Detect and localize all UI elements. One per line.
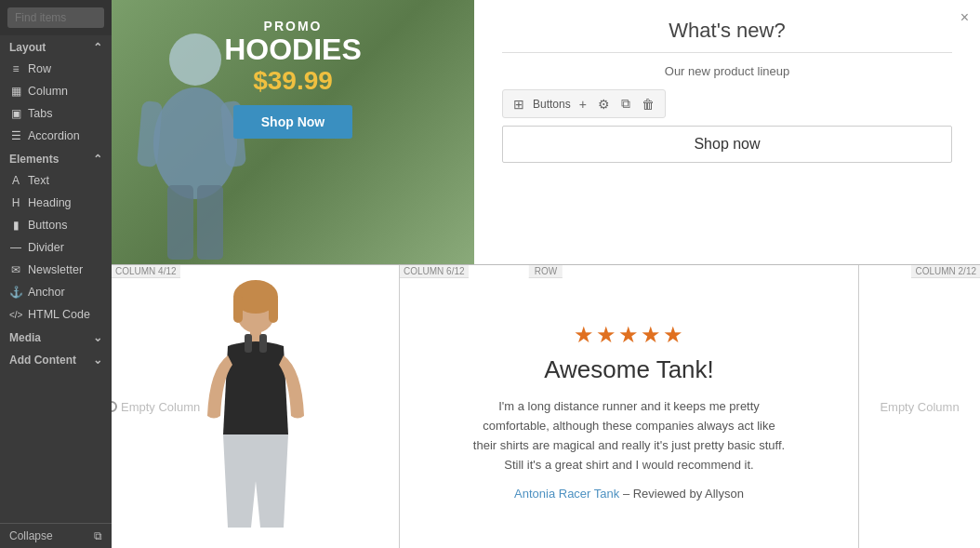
svg-rect-8 (233, 295, 243, 323)
bottom-column-1: COLUMN 4/12 Empty Column (112, 265, 400, 548)
copy-button-toolbar[interactable]: ⧉ (618, 94, 633, 114)
sidebar-item-accordion[interactable]: ☰ Accordion (0, 125, 112, 147)
review-title: Awesome Tank! (544, 355, 714, 384)
settings-button-toolbar[interactable]: ⚙ (595, 95, 613, 114)
row-label: ROW (529, 265, 563, 278)
chevron-down-icon-media[interactable]: ⌄ (93, 331, 102, 344)
tabs-icon: ▣ (9, 107, 22, 120)
sidebar-item-column[interactable]: ▦ Column (0, 80, 112, 102)
svg-rect-12 (259, 334, 267, 353)
buttons-icon: ▮ (9, 219, 22, 232)
promo-panel: PROMO HOODIES $39.99 Shop Now (112, 0, 474, 264)
divider-icon: — (9, 241, 22, 254)
delete-button-toolbar[interactable]: 🗑 (639, 95, 657, 114)
col1-label: COLUMN 4/12 (112, 265, 180, 278)
sidebar: Layout ⌃ ≡ Row ▦ Column ▣ Tabs ☰ Accordi… (0, 0, 112, 548)
sidebar-item-divider[interactable]: — Divider (0, 236, 112, 259)
expand-icon[interactable]: ⧉ (94, 529, 102, 542)
add-button-toolbar[interactable]: + (576, 95, 589, 114)
sidebar-search[interactable] (0, 0, 112, 35)
promo-shop-now-button[interactable]: Shop Now (233, 105, 352, 139)
promo-price: $39.99 (112, 66, 474, 96)
promo-small-text: PROMO (112, 19, 474, 33)
svg-rect-9 (269, 295, 278, 323)
svg-rect-11 (245, 334, 252, 353)
sidebar-item-text[interactable]: A Text (0, 169, 112, 192)
product-link[interactable]: Antonia Racer Tank (514, 487, 619, 501)
search-input[interactable] (7, 7, 104, 28)
col3-label: COLUMN 2/12 (911, 265, 980, 278)
main-content: PROMO HOODIES $39.99 Shop Now × What's n… (112, 0, 980, 548)
accordion-icon: ☰ (9, 129, 22, 142)
promo-heading: HOODIES (112, 33, 474, 66)
buttons-toolbar: ⊞ Buttons + ⚙ ⧉ 🗑 (502, 89, 666, 118)
sidebar-item-newsletter[interactable]: ✉ Newsletter (0, 259, 112, 281)
html-icon: </> (9, 310, 22, 320)
top-section: PROMO HOODIES $39.99 Shop Now × What's n… (112, 0, 980, 265)
column-icon: ▦ (9, 85, 22, 98)
review-text: I'm a long distance runner and it keeps … (471, 397, 788, 474)
review-attribution: Antonia Racer Tank – Reviewed by Allyson (514, 487, 744, 501)
review-suffix: – Reviewed by Allyson (619, 487, 744, 501)
sidebar-item-heading[interactable]: H Heading (0, 192, 112, 214)
section-add-content: Add Content ⌄ (0, 348, 112, 370)
sidebar-item-row[interactable]: ≡ Row (0, 58, 112, 80)
star-rating: ★★★★★ (574, 322, 685, 348)
selection-dot (112, 401, 117, 412)
sidebar-item-tabs[interactable]: ▣ Tabs (0, 102, 112, 125)
grid-icon: ⊞ (510, 95, 527, 114)
whats-new-panel: × What's new? Our new product lineup ⊞ B… (474, 0, 980, 264)
shop-now-button[interactable]: Shop now (502, 126, 952, 163)
promo-text-block: PROMO HOODIES $39.99 Shop Now (112, 19, 474, 139)
whats-new-title: What's new? (502, 19, 952, 43)
collapse-button[interactable]: Collapse (9, 529, 53, 542)
sidebar-item-anchor[interactable]: ⚓ Anchor (0, 281, 112, 303)
woman-figure (181, 276, 330, 537)
close-button[interactable]: × (960, 9, 969, 26)
sidebar-item-buttons[interactable]: ▮ Buttons (0, 214, 112, 236)
chevron-down-icon-add[interactable]: ⌄ (93, 354, 102, 367)
sidebar-footer: Collapse ⧉ (0, 523, 112, 548)
svg-rect-3 (197, 185, 223, 260)
empty-column-label: Empty Column (121, 400, 200, 414)
section-layout: Layout ⌃ (0, 35, 112, 58)
newsletter-icon: ✉ (9, 263, 22, 276)
section-elements: Elements ⌃ (0, 147, 112, 169)
col2-label: COLUMN 6/12 (400, 265, 469, 278)
section-media: Media ⌄ (0, 326, 112, 348)
chevron-up-icon-elements[interactable]: ⌃ (93, 153, 102, 166)
toolbar-label: Buttons (533, 98, 571, 111)
sidebar-item-html[interactable]: </> HTML Code (0, 303, 112, 326)
bottom-column-3: COLUMN 2/12 Empty Column (859, 265, 980, 548)
anchor-icon: ⚓ (9, 286, 22, 299)
heading-icon: H (9, 196, 22, 209)
chevron-up-icon[interactable]: ⌃ (93, 41, 102, 54)
empty-col-3-label: Empty Column (880, 400, 959, 414)
svg-rect-2 (167, 185, 193, 260)
row-icon: ≡ (9, 62, 22, 75)
bottom-section: ROW COLUMN 4/12 Empty Column (112, 265, 980, 548)
text-icon: A (9, 174, 22, 187)
divider-line (502, 52, 952, 53)
bottom-column-2: COLUMN 6/12 ★★★★★ Awesome Tank! I'm a lo… (400, 265, 859, 548)
whats-new-subtitle: Our new product lineup (502, 64, 952, 78)
